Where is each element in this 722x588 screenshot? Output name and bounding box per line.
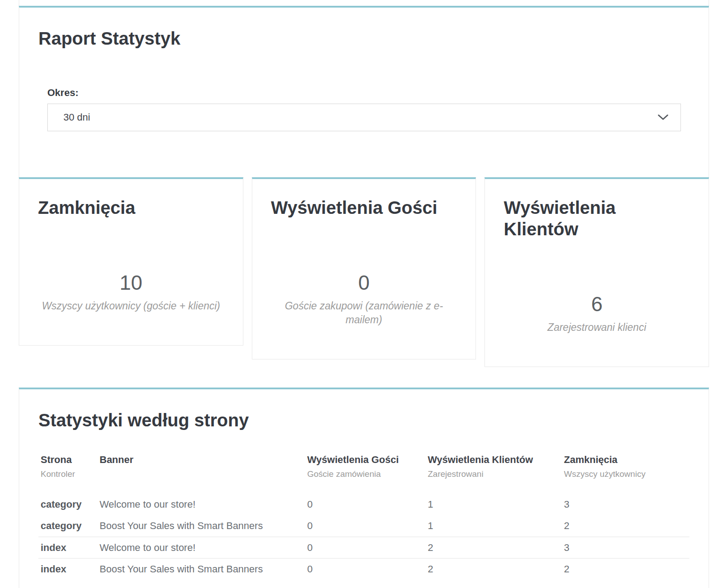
kpi-card-closures: Zamknięcia 10 Wszyscy użytkownicy (gości… — [19, 177, 243, 346]
chevron-down-icon — [657, 114, 669, 121]
table-header-row: Strona Kontroler Banner Wyświetlenia Goś… — [38, 454, 689, 494]
kpi-value: 6 — [504, 292, 690, 316]
page-stats-title: Statystyki według strony — [38, 409, 689, 431]
table-row: index Boost Your Sales with Smart Banner… — [38, 559, 689, 580]
kpi-card-customer-views: Wyświetlenia Klientów 6 Zarejestrowani k… — [484, 177, 709, 367]
page-stats-table: Strona Kontroler Banner Wyświetlenia Goś… — [38, 454, 689, 580]
period-select-value: 30 dni — [63, 112, 90, 123]
page-stats-panel: Statystyki według strony Strona Kontrole… — [19, 388, 709, 588]
column-header-customer-views: Wyświetlenia Klientów Zarejestrowani — [428, 454, 564, 494]
kpi-caption: Wszyscy użytkownicy (goście + klienci) — [38, 299, 224, 313]
kpi-caption: Goście zakupowi (zamówienie z e-mailem) — [271, 299, 457, 327]
period-form-group: Okres: 30 dni — [47, 87, 681, 131]
table-row: category Welcome to our store! 0 1 3 — [38, 494, 689, 515]
column-header-page: Strona Kontroler — [38, 454, 100, 494]
kpi-cards-row: Zamknięcia 10 Wszyscy użytkownicy (gości… — [19, 177, 709, 367]
previous-panel-remnant — [19, 0, 709, 6]
kpi-card-title: Wyświetlenia Klientów — [504, 197, 690, 240]
table-row: category Boost Your Sales with Smart Ban… — [38, 515, 689, 537]
kpi-value: 0 — [271, 271, 457, 295]
page-title: Raport Statystyk — [38, 28, 689, 49]
period-label: Okres: — [47, 87, 681, 99]
kpi-caption: Zarejestrowani klienci — [504, 321, 690, 334]
column-header-guest-views: Wyświetlenia Gości Goście zamówienia — [307, 454, 428, 494]
kpi-card-title: Zamknięcia — [38, 197, 224, 218]
table-row: index Welcome to our store! 0 2 3 — [38, 537, 689, 559]
content-stack: Raport Statystyk Okres: 30 dni Zamknięci… — [19, 0, 709, 588]
kpi-card-title: Wyświetlenia Gości — [271, 197, 457, 218]
report-page: Raport Statystyk Okres: 30 dni Zamknięci… — [0, 0, 722, 588]
kpi-card-guest-views: Wyświetlenia Gości 0 Goście zakupowi (za… — [252, 177, 476, 359]
period-select[interactable]: 30 dni — [47, 104, 681, 131]
column-header-banner: Banner — [100, 454, 307, 494]
kpi-value: 10 — [38, 271, 224, 295]
report-panel: Raport Statystyk Okres: 30 dni — [19, 6, 709, 177]
column-header-closures: Zamknięcia Wszyscy użytkownicy — [564, 454, 689, 494]
